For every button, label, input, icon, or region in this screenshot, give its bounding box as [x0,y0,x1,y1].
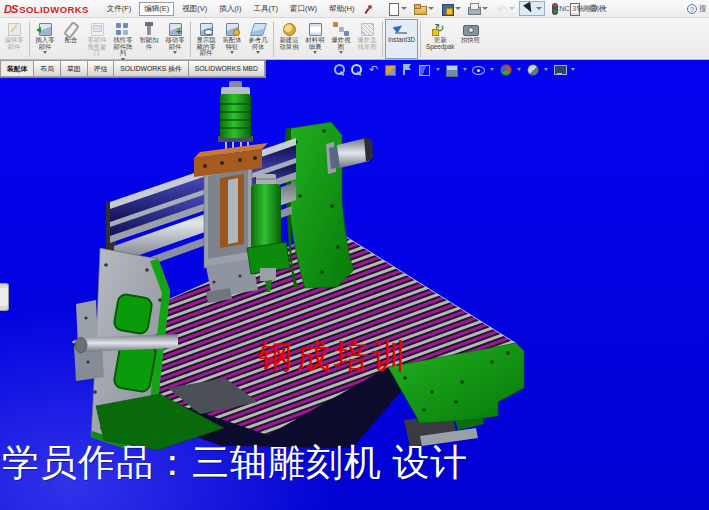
menu-window[interactable]: 窗口(W) [286,3,321,15]
title-bar: DS SOLIDWORKS 文件(F)编辑(E)视图(V)插入(I)工具(T)窗… [0,0,709,18]
move-component-button[interactable]: 移动零 部件 [162,19,188,59]
apply-scene-icon[interactable] [526,63,539,76]
menu-view[interactable]: 视图(V) [178,3,211,15]
view-settings-icon[interactable] [553,63,566,76]
tab-assembly[interactable]: 装配体 [0,60,34,77]
menu-edit[interactable]: 编辑(E) [139,2,174,16]
move-component-label: 移动零 部件 [166,37,185,50]
view-orientation-icon[interactable] [418,63,431,76]
hide-show-items-icon[interactable] [472,63,485,76]
watermark-text: 钢成培训 [258,334,410,380]
tab-solidworks-mbd[interactable]: SOLIDWORKS MBD [189,60,265,77]
print-button-dropdown[interactable] [482,7,488,10]
assembly-features-icon [222,21,242,37]
help-area[interactable]: ? 搜 [687,0,709,18]
open-icon [414,3,426,15]
mate-label: 配合 [65,37,78,44]
tab-solidworks-addins[interactable]: SOLIDWORKS 插件 [114,60,189,77]
instant3d-label: Instant3D [388,37,415,44]
menu-tools[interactable]: 工具(T) [249,3,282,15]
save-button-dropdown[interactable] [455,7,461,10]
display-style-dropdown[interactable] [463,68,467,71]
feature-tree-collapsed-tab[interactable] [0,283,9,311]
display-style-icon[interactable] [445,63,458,76]
tab-layout[interactable]: 布局 [34,60,61,77]
ribbon-group-separator [420,21,421,57]
open-file-button[interactable] [411,1,437,16]
mate-button[interactable]: 配合 [58,19,84,59]
linear-component-pattern-button[interactable]: 线性零 部件阵 列 [110,19,136,59]
search-hint: 搜 [699,4,707,14]
explode-line-sketch-icon [357,21,377,37]
ribbon-group-separator [190,21,191,57]
smart-fasteners-icon [139,21,159,37]
reference-geometry-dropdown[interactable] [256,51,260,54]
menu-file[interactable]: 文件(F) [103,3,136,15]
solidworks-window: DS SOLIDWORKS 文件(F)编辑(E)视图(V)插入(I)工具(T)窗… [0,0,709,510]
exploded-view-dropdown[interactable] [339,51,343,54]
zoom-fit-icon[interactable] [333,63,346,76]
explode-line-sketch-label: 爆炸直 线草图 [358,37,377,50]
view-settings-dropdown[interactable] [571,68,575,71]
insert-components-dropdown[interactable] [43,51,47,54]
graphics-viewport[interactable]: ↶ 钢成培训 学员作品：三轴雕刻机 设计 [0,60,709,510]
edit-appearance-icon[interactable] [499,63,512,76]
zoom-area-icon[interactable] [350,63,363,76]
assembly-features-dropdown[interactable] [230,51,234,54]
smart-fasteners-button[interactable]: 智能扣 件 [136,19,162,59]
caption-text: 学员作品：三轴雕刻机 设计 [2,438,468,488]
hide-show-items-dropdown[interactable] [490,68,494,71]
new-motion-study-button[interactable]: 新建运 动算例 [276,19,302,59]
document-title: CNC 3轴雕刻机 [500,0,660,18]
new-motion-study-label: 新建运 动算例 [280,37,299,50]
print-button[interactable] [465,1,491,16]
save-button[interactable] [438,1,464,16]
open-file-button-dropdown[interactable] [428,7,434,10]
reference-geometry-button[interactable]: 参考几 何体 [245,19,271,59]
tab-sketch[interactable]: 草图 [61,60,88,77]
previous-view-icon[interactable]: ↶ [367,63,380,76]
new-file-button[interactable] [384,1,410,16]
edit-component-button: 编辑零 部件 [1,19,27,59]
update-speedpak-button[interactable]: 更新 Speedpak [423,19,457,59]
smart-fasteners-label: 智能扣 件 [140,37,159,50]
heads-up-view-toolbar: ↶ [333,63,576,76]
take-snapshot-label: 拍快照 [461,37,480,44]
view-orientation-dropdown[interactable] [436,68,440,71]
explode-line-sketch-button: 爆炸直 线草图 [354,19,380,59]
mate-icon [61,21,81,37]
component-preview-window-button: 零部件 预览窗 口 [84,19,110,59]
annotation-views-icon[interactable] [401,63,414,76]
take-snapshot-button[interactable]: 拍快照 [457,19,483,59]
menu-insert[interactable]: 插入(I) [215,3,245,15]
take-snapshot-icon [460,21,480,37]
bill-of-materials-dropdown[interactable] [313,51,317,54]
edit-appearance-dropdown[interactable] [517,68,521,71]
ribbon-group-separator [382,21,383,57]
logo-brand: SOLIDWORKS [19,4,88,15]
show-hidden-components-label: 显示隐 藏的零 部件 [197,37,216,57]
menu-help[interactable]: 帮助(H) [325,3,358,15]
help-icon[interactable]: ? [687,4,697,14]
component-preview-window-icon [87,21,107,37]
apply-scene-dropdown[interactable] [544,68,548,71]
x-axis-motor [326,137,373,174]
exploded-view-button[interactable]: 爆炸视 图 [328,19,354,59]
assembly-features-button[interactable]: 装配体 特征 [219,19,245,59]
save-icon [441,3,453,15]
commandmanager-tabs: 装配体布局草图评估SOLIDWORKS 插件SOLIDWORKS MBD [0,60,266,78]
assembly-features-label: 装配体 特征 [223,37,242,50]
insert-components-button[interactable]: 插入零 部件 [32,19,58,59]
instant3d-button[interactable]: Instant3D [385,19,418,59]
insert-components-label: 插入零 部件 [36,37,55,50]
bill-of-materials-button[interactable]: 材料明 细表 [302,19,328,59]
show-hidden-components-button[interactable]: 显示隐 藏的零 部件 [193,19,219,59]
new-file-button-dropdown[interactable] [401,7,407,10]
move-component-dropdown[interactable] [173,51,177,54]
tab-evaluate[interactable]: 评估 [88,60,115,77]
show-hidden-components-icon [196,21,216,37]
ribbon-group-separator [273,21,274,57]
pin-icon[interactable] [364,4,374,14]
section-view-icon[interactable] [384,63,397,76]
z-stepper-motor [218,81,253,142]
